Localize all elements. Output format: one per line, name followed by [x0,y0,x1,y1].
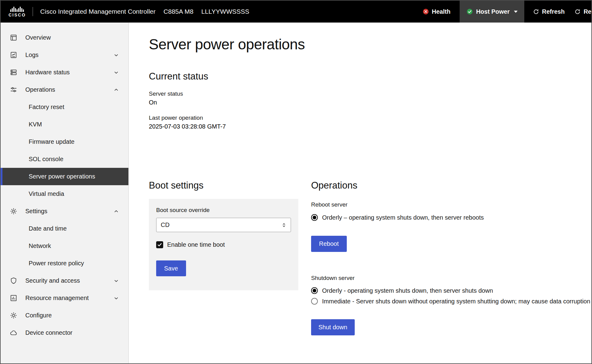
cimc-window: cisco Cisco Integrated Management Contro… [0,0,592,364]
save-button[interactable]: Save [156,260,186,276]
sidebar-item-device-connector[interactable]: Device connector [1,324,128,341]
server-status-label: Server status [149,90,591,97]
configure-gear-icon [10,312,17,319]
caret-down-icon [514,11,518,13]
sidebar-item-overview[interactable]: Overview [1,29,128,46]
server-serial: LLLYYWWSSSS [201,8,249,15]
shutdown-server-label: Shutdown server [311,275,591,281]
chevron-down-icon [113,278,119,284]
one-time-boot-row: Enable one time boot [156,241,291,248]
sidebar-item-security-and-access[interactable]: Security and access [1,272,128,289]
clipped-refresh-button[interactable]: Re [574,8,591,15]
shield-icon [10,277,17,284]
sidebar-item-label: Configure [25,312,119,319]
clipped-refresh-label: Re [583,8,591,15]
sidebar-item-label: Operations [25,86,113,93]
sidebar-item-label: Hardware status [25,69,113,76]
boot-settings-heading: Boot settings [149,180,298,191]
sidebar-nav: Overview Logs [1,23,129,363]
reboot-orderly-option: Orderly – operating system shuts down, t… [311,214,591,222]
shutdown-immediate-radio[interactable] [311,298,318,305]
cisco-logo: cisco [9,6,26,17]
host-power-label: Host Power [476,8,510,15]
refresh-icon [533,9,539,15]
sidebar-item-power-restore-policy[interactable]: Power restore policy [1,255,128,272]
page-title: Server power operations [149,36,591,53]
sidebar-item-network[interactable]: Network [1,237,128,255]
sidebar-item-server-power-operations[interactable]: Server power operations [1,168,128,185]
sidebar-item-settings[interactable]: Settings [1,203,128,220]
shutdown-orderly-label: Orderly - operating system shuts down, t… [322,287,493,295]
boot-settings-section: Boot settings Boot source override CD [149,180,298,335]
divider [33,7,33,16]
shut-down-button[interactable]: Shut down [311,319,355,335]
chevron-up-icon [113,208,119,214]
host-power-button[interactable]: Host Power [460,1,524,23]
overview-icon [10,34,17,41]
refresh-icon [574,9,581,15]
main-content: Server power operations Current status S… [129,23,591,363]
sidebar-item-firmware-update[interactable]: Firmware update [1,133,128,150]
sidebar-item-date-and-time[interactable]: Date and time [1,220,128,237]
operations-heading: Operations [311,180,591,191]
server-model: C885A M8 [163,8,193,15]
shutdown-immediate-label: Immediate - Server shuts down without op… [322,297,590,306]
health-status[interactable]: Health [422,8,450,15]
chevron-down-icon [113,295,119,301]
reboot-orderly-radio[interactable] [311,214,318,221]
reboot-orderly-label: Orderly – operating system shuts down, t… [322,214,484,222]
sidebar-item-logs[interactable]: Logs [1,46,128,64]
current-status-heading: Current status [149,71,591,82]
sidebar-item-label: Device connector [25,329,119,336]
current-status-section: Current status Server status On Last pow… [149,71,591,130]
boot-settings-panel: Boot source override CD Enable one time [149,199,298,290]
sidebar-item-label: Security and access [25,277,113,284]
shutdown-orderly-radio[interactable] [311,287,318,294]
logs-icon [10,51,17,59]
sidebar-item-hardware-status[interactable]: Hardware status [1,64,128,81]
hardware-status-icon [10,69,17,76]
one-time-boot-checkbox[interactable] [156,241,163,248]
settings-gear-icon [10,207,17,215]
cisco-logo-text: cisco [9,12,26,17]
boot-source-select[interactable]: CD [156,218,291,232]
shutdown-immediate-option: Immediate - Server shuts down without op… [311,297,591,306]
reboot-server-label: Reboot server [311,201,591,208]
sidebar-item-operations[interactable]: Operations [1,81,128,98]
boot-source-selected-value: CD [161,221,170,228]
operations-section: Operations Reboot server Orderly – opera… [311,180,591,335]
one-time-boot-label: Enable one time boot [167,241,225,248]
sidebar-item-label: Resource management [25,295,113,302]
sidebar-item-configure[interactable]: Configure [1,307,128,324]
chevron-down-icon [113,52,119,58]
reboot-button[interactable]: Reboot [311,236,347,252]
boot-source-override-label: Boot source override [156,207,291,214]
health-error-icon [422,8,429,15]
sidebar-item-label: SOL console [29,156,119,163]
select-updown-icon [281,222,287,228]
check-icon [157,242,162,247]
sidebar-item-label: Settings [25,208,113,215]
sidebar-item-label: Power restore policy [29,260,119,267]
app-title: Cisco Integrated Management Controller [40,8,156,15]
sidebar-item-resource-management[interactable]: Resource management [1,289,128,307]
sidebar-item-label: Server power operations [29,173,119,180]
sidebar-item-factory-reset[interactable]: Factory reset [1,98,128,116]
refresh-label: Refresh [542,8,565,15]
sidebar-item-virtual-media[interactable]: Virtual media [1,185,128,203]
sidebar-item-label: Date and time [29,225,119,232]
resource-icon [10,294,17,302]
shutdown-orderly-option: Orderly - operating system shuts down, t… [311,287,591,295]
health-label: Health [432,8,450,15]
last-power-operation-label: Last power operation [149,115,591,121]
sidebar-item-label: Logs [25,51,113,58]
last-power-operation-value: 2025-07-03 03:28:08 GMT-7 [149,123,591,130]
operations-icon [10,86,17,94]
sidebar-item-kvm[interactable]: KVM [1,116,128,133]
refresh-button[interactable]: Refresh [533,8,565,15]
chevron-down-icon [113,69,119,76]
top-bar-actions: Health Host Power Refresh [422,1,591,23]
sidebar-item-label: Factory reset [29,104,119,111]
sidebar-item-sol-console[interactable]: SOL console [1,150,128,168]
sidebar-item-label: Overview [25,34,119,41]
